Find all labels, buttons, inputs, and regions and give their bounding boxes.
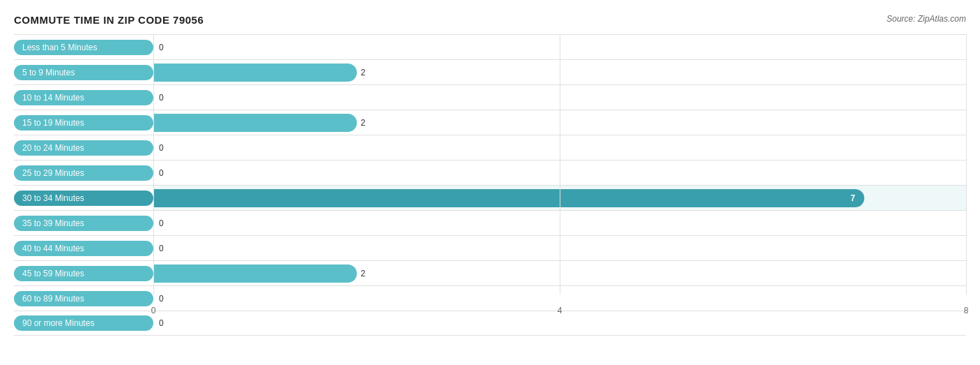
x-axis-label: 0 [151,306,156,315]
bar-value: 0 [159,43,164,52]
bar-label: 90 or more Minutes [14,315,153,331]
table-row: 5 to 9 Minutes2 [14,59,966,84]
x-axis-label: 8 [964,306,969,315]
bar-label: 30 to 34 Minutes [14,191,153,206]
bar-value: 2 [361,68,366,77]
bar-value: 0 [159,218,164,228]
bar-label: 10 to 14 Minutes [14,90,153,105]
bar-value: 0 [159,244,164,253]
bar-value: 2 [361,269,366,278]
bar-fill [153,64,357,82]
chart-body: Less than 5 Minutes05 to 9 Minutes210 to… [14,34,966,315]
bar-track: 2 [153,60,966,84]
bar-label: 60 to 89 Minutes [14,291,153,306]
bar-value: 0 [159,168,164,178]
grid-line [966,34,967,295]
table-row: 35 to 39 Minutes0 [14,210,966,235]
bar-value: 0 [159,318,164,328]
bar-value: 0 [159,143,164,153]
bar-label: 40 to 44 Minutes [14,241,153,256]
bar-track: 2 [153,110,966,135]
bar-value: 2 [361,118,366,128]
bar-fill [153,189,864,207]
bar-label: 15 to 19 Minutes [14,115,153,131]
table-row: 30 to 34 Minutes7 [14,185,966,210]
bar-value: 7 [850,193,855,203]
bar-fill [153,265,357,283]
bar-track: 0 [153,161,966,185]
chart-title: COMMUTE TIME IN ZIP CODE 79056 [14,14,204,26]
x-axis-label: 4 [558,306,562,315]
x-axis: 048 [153,295,966,315]
bar-track: 0 [153,135,966,160]
bars-area: Less than 5 Minutes05 to 9 Minutes210 to… [14,34,966,295]
bar-label: 20 to 24 Minutes [14,140,153,156]
bar-fill [153,114,357,132]
table-row: 10 to 14 Minutes0 [14,84,966,110]
bar-track: 2 [153,261,966,285]
bar-track: 0 [153,35,966,59]
bar-track: 0 [153,211,966,235]
bar-label: 25 to 29 Minutes [14,165,153,181]
bar-track: 0 [153,236,966,260]
table-row: 20 to 24 Minutes0 [14,135,966,160]
chart-header: COMMUTE TIME IN ZIP CODE 79056 Source: Z… [14,14,966,26]
bar-label: 35 to 39 Minutes [14,216,153,231]
table-row: Less than 5 Minutes0 [14,34,966,59]
bar-label: 45 to 59 Minutes [14,266,153,281]
table-row: 40 to 44 Minutes0 [14,235,966,260]
chart-source: Source: ZipAtlas.com [887,14,966,24]
table-row: 45 to 59 Minutes2 [14,260,966,285]
bar-value: 0 [159,93,164,103]
chart-container: COMMUTE TIME IN ZIP CODE 79056 Source: Z… [0,0,980,365]
table-row: 15 to 19 Minutes2 [14,110,966,135]
bar-track: 0 [153,85,966,110]
bar-label: 5 to 9 Minutes [14,65,153,80]
bar-track: 7 [153,186,966,210]
table-row: 25 to 29 Minutes0 [14,160,966,185]
bar-label: Less than 5 Minutes [14,40,153,55]
